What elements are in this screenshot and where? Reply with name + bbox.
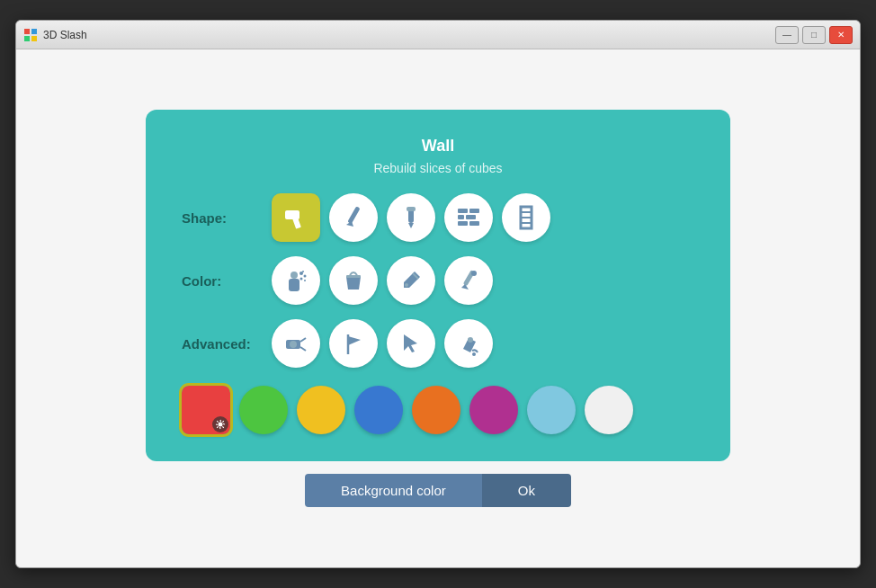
swatch-blue[interactable] bbox=[354, 386, 403, 434]
svg-rect-11 bbox=[458, 209, 468, 213]
swatch-lightblue[interactable] bbox=[527, 386, 576, 434]
advanced-cursor-button[interactable] bbox=[387, 319, 435, 368]
svg-point-34 bbox=[290, 341, 297, 348]
window-controls: — □ ✕ bbox=[775, 26, 853, 44]
close-button[interactable]: ✕ bbox=[829, 26, 853, 44]
svg-rect-6 bbox=[347, 206, 360, 224]
svg-point-26 bbox=[304, 280, 306, 281]
shape-label: Shape: bbox=[182, 210, 272, 226]
color-bucket-button[interactable] bbox=[329, 256, 378, 305]
shape-row: Shape: bbox=[182, 193, 694, 242]
advanced-items bbox=[272, 319, 493, 368]
svg-marker-10 bbox=[408, 223, 414, 228]
color-items bbox=[272, 256, 493, 305]
color-pipette-button[interactable] bbox=[444, 256, 493, 305]
ok-button[interactable]: Ok bbox=[482, 474, 571, 507]
svg-rect-5 bbox=[292, 217, 301, 228]
color-row: Color: bbox=[182, 256, 694, 305]
shape-brick-button[interactable] bbox=[444, 193, 493, 242]
svg-rect-14 bbox=[466, 215, 476, 219]
advanced-row: Advanced: bbox=[182, 319, 694, 368]
svg-rect-2 bbox=[24, 36, 30, 41]
svg-rect-20 bbox=[289, 279, 299, 291]
swatch-white[interactable] bbox=[585, 386, 633, 434]
swatch-yellow[interactable] bbox=[297, 386, 345, 434]
svg-marker-36 bbox=[348, 336, 361, 345]
color-swatches-row bbox=[182, 386, 694, 434]
advanced-flag-button[interactable] bbox=[329, 319, 378, 368]
svg-point-40 bbox=[219, 423, 223, 427]
minimize-button[interactable]: — bbox=[775, 26, 799, 44]
app-window: 3D Slash — □ ✕ Wall Rebuild slices of cu… bbox=[15, 20, 861, 568]
color-spray-button[interactable] bbox=[272, 256, 320, 305]
advanced-magic-button[interactable] bbox=[444, 319, 493, 368]
color-eyedropper-button[interactable] bbox=[387, 256, 435, 305]
maximize-button[interactable]: □ bbox=[802, 26, 826, 44]
title-bar: 3D Slash — □ ✕ bbox=[16, 21, 860, 49]
shape-chisel-button[interactable] bbox=[329, 193, 378, 242]
svg-point-24 bbox=[304, 275, 307, 278]
window-content: Wall Rebuild slices of cubes Shape: bbox=[16, 49, 860, 567]
svg-rect-3 bbox=[31, 36, 37, 41]
svg-rect-16 bbox=[469, 221, 479, 226]
dialog-card: Wall Rebuild slices of cubes Shape: bbox=[146, 110, 730, 461]
svg-rect-13 bbox=[458, 215, 464, 219]
swatch-green[interactable] bbox=[239, 386, 288, 434]
shape-nail-button[interactable] bbox=[387, 193, 435, 242]
gear-badge bbox=[212, 416, 228, 432]
dialog-subtitle: Rebuild slices of cubes bbox=[373, 161, 502, 175]
swatch-red-container bbox=[182, 386, 230, 434]
svg-marker-37 bbox=[404, 334, 417, 352]
dialog-buttons: Background color Ok bbox=[305, 474, 571, 507]
svg-point-25 bbox=[302, 271, 304, 272]
advanced-label: Advanced: bbox=[182, 336, 272, 352]
svg-rect-0 bbox=[24, 29, 30, 34]
svg-rect-27 bbox=[346, 275, 361, 278]
swatch-purple[interactable] bbox=[469, 386, 518, 434]
swatch-orange[interactable] bbox=[412, 386, 460, 434]
svg-point-39 bbox=[472, 352, 476, 356]
color-label: Color: bbox=[182, 273, 272, 289]
svg-point-23 bbox=[300, 278, 303, 281]
shape-stripe-button[interactable] bbox=[502, 193, 550, 242]
shape-hammer-button[interactable] bbox=[272, 193, 320, 242]
background-color-button[interactable]: Background color bbox=[305, 474, 482, 507]
svg-point-21 bbox=[291, 272, 298, 279]
svg-rect-12 bbox=[469, 209, 479, 213]
window-title: 3D Slash bbox=[43, 29, 775, 41]
svg-rect-15 bbox=[458, 221, 468, 226]
svg-rect-9 bbox=[407, 207, 416, 211]
dialog-title: Wall bbox=[422, 137, 454, 156]
advanced-projector-button[interactable] bbox=[272, 319, 320, 368]
svg-rect-1 bbox=[31, 29, 37, 34]
svg-point-28 bbox=[405, 283, 408, 287]
shape-items bbox=[272, 193, 550, 242]
svg-point-38 bbox=[468, 337, 473, 343]
svg-point-31 bbox=[471, 271, 477, 276]
app-icon bbox=[23, 28, 38, 42]
